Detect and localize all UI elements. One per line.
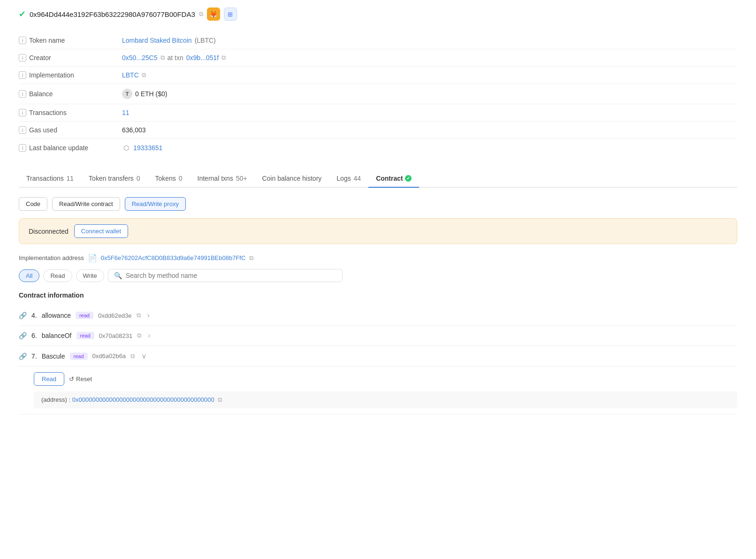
method-bascule-name: Bascule [42, 352, 65, 360]
result-label: (address) : [41, 396, 70, 403]
info-icon-token: i [19, 37, 26, 44]
code-button[interactable]: Code [19, 197, 47, 211]
creator-address[interactable]: 0x50...25C5 [122, 54, 158, 61]
link-icon-balanceof: 🔗 [19, 332, 27, 339]
copy-address-icon[interactable]: ⧉ [199, 10, 203, 18]
info-icon-impl: i [19, 71, 26, 79]
info-icon-txns: i [19, 109, 26, 116]
gas-used-label: Gas used [29, 126, 57, 134]
method-balanceof-index: 6. [31, 332, 37, 339]
verified-check-icon: ✔ [19, 9, 26, 19]
copy-creator-icon[interactable]: ⧉ [160, 54, 165, 61]
balance-label: Balance [29, 90, 53, 98]
chevron-balanceof[interactable]: › [148, 331, 150, 340]
contract-section: Contract information 🔗 4. allowance read… [19, 291, 737, 414]
gas-used-value: 636,003 [122, 126, 146, 134]
tab-token-transfers-badge: 0 [137, 175, 140, 182]
link-icon-bascule: 🔗 [19, 352, 27, 360]
impl-addr-file-icon: 📄 [88, 253, 97, 262]
copy-bascule-icon[interactable]: ⧉ [130, 352, 135, 360]
tab-transactions-badge: 11 [67, 175, 74, 182]
last-balance-label: Last balance update [29, 144, 88, 152]
impl-addr-label: Implementation address [19, 254, 84, 261]
tab-coin-balance-history[interactable]: Coin balance history [254, 170, 329, 188]
method-balanceof-name: balanceOf [42, 332, 72, 339]
tab-transactions[interactable]: Transactions 11 [19, 170, 81, 188]
read-write-contract-button[interactable]: Read/Write contract [52, 197, 120, 211]
token-name-row: i Token name Lombard Staked Bitcoin (LBT… [19, 32, 737, 49]
filter-bar: All Read Write 🔍 [19, 269, 737, 282]
balance-row: i Balance T 0 ETH ($0) [19, 84, 737, 104]
chevron-bascule[interactable]: ∨ [141, 352, 147, 360]
qr-icon[interactable]: ⊞ [224, 8, 237, 21]
method-allowance-name: allowance [42, 312, 71, 319]
info-icon-creator: i [19, 54, 26, 61]
method-balanceof-row: 🔗 6. balanceOf read 0x70a08231 ⧉ › [19, 326, 737, 346]
copy-result-icon[interactable]: ⧉ [218, 396, 222, 403]
result-value: 0x00000000000000000000000000000000000000… [72, 396, 214, 403]
tab-internal-txns-label: Internal txns [198, 175, 233, 182]
copy-allowance-icon[interactable]: ⧉ [137, 312, 141, 319]
connect-wallet-button[interactable]: Connect wallet [74, 224, 128, 238]
metamask-icon[interactable]: 🦊 [207, 8, 220, 21]
info-icon-lbu: i [19, 144, 26, 152]
tab-logs-badge: 44 [354, 175, 361, 182]
tab-tokens[interactable]: Tokens 0 [148, 170, 190, 188]
gas-used-row: i Gas used 636,003 [19, 122, 737, 139]
tab-internal-txns[interactable]: Internal txns 50+ [190, 170, 255, 188]
method-allowance-row: 🔗 4. allowance read 0xdd62ed3e ⧉ › [19, 306, 737, 326]
transactions-value[interactable]: 11 [122, 109, 130, 116]
info-table: i Token name Lombard Staked Bitcoin (LBT… [19, 32, 737, 157]
reset-button[interactable]: ↺ Reset [69, 375, 92, 383]
copy-impl-addr-icon[interactable]: ⧉ [249, 254, 253, 262]
implementation-address-row: Implementation address 📄 0x5F6e76202AcfC… [19, 253, 737, 262]
chevron-allowance[interactable]: › [147, 311, 150, 320]
copy-impl-icon[interactable]: ⧉ [142, 71, 146, 79]
impl-addr-value[interactable]: 0x5F6e76202AcfC8D0B833d9a6e74991BEb08b7F… [101, 254, 246, 261]
tab-contract[interactable]: Contract ✓ [368, 170, 419, 188]
tab-token-transfers[interactable]: Token transfers 0 [81, 170, 147, 188]
block-cube-icon: ⬡ [122, 144, 130, 152]
copy-balanceof-icon[interactable]: ⧉ [137, 332, 141, 339]
tab-token-transfers-label: Token transfers [89, 175, 134, 182]
eth-badge: T [122, 89, 132, 99]
last-balance-value[interactable]: 19333651 [133, 144, 162, 152]
filter-read-button[interactable]: Read [43, 269, 72, 282]
tab-logs[interactable]: Logs 44 [329, 170, 368, 188]
transactions-label: Transactions [29, 109, 67, 116]
contract-verified-icon: ✓ [405, 175, 412, 182]
search-box: 🔍 [108, 269, 343, 282]
tab-tokens-badge: 0 [179, 175, 183, 182]
transactions-row: i Transactions 11 [19, 104, 737, 122]
read-button[interactable]: Read [34, 372, 64, 386]
bascule-expanded-area: Read ↺ Reset (address) : 0x0000000000000… [19, 367, 737, 414]
reset-label: Reset [76, 375, 92, 383]
implementation-row: i Implementation LBTC ⧉ [19, 67, 737, 84]
badge-read-allowance: read [76, 312, 93, 319]
search-input[interactable] [126, 272, 336, 279]
implementation-label: Implementation [29, 71, 74, 79]
info-icon-gas: i [19, 126, 26, 134]
creator-label: Creator [29, 54, 51, 61]
read-write-proxy-button[interactable]: Read/Write proxy [125, 197, 186, 211]
disconnected-banner: Disconnected Connect wallet [19, 218, 737, 244]
implementation-value[interactable]: LBTC [122, 71, 139, 79]
tab-contract-label: Contract [376, 175, 403, 182]
method-allowance-hash: 0xdd62ed3e [98, 312, 132, 319]
result-box: (address) : 0x00000000000000000000000000… [34, 391, 737, 408]
creator-row: i Creator 0x50...25C5 ⧉ at txn 0x9b...05… [19, 49, 737, 67]
tab-internal-txns-badge: 50+ [236, 175, 247, 182]
reset-icon: ↺ [69, 375, 74, 383]
copy-txn-icon[interactable]: ⧉ [221, 54, 226, 61]
tabs-bar: Transactions 11 Token transfers 0 Tokens… [19, 170, 737, 188]
link-icon-allowance: 🔗 [19, 312, 27, 319]
filter-all-button[interactable]: All [19, 269, 39, 282]
section-title: Contract information [19, 291, 737, 299]
creator-txn[interactable]: 0x9b...051f [186, 54, 219, 61]
disconnected-label: Disconnected [29, 228, 69, 235]
token-name-value[interactable]: Lombard Staked Bitcoin [122, 37, 192, 44]
filter-write-button[interactable]: Write [76, 269, 104, 282]
method-allowance-index: 4. [31, 312, 37, 319]
token-name-label: Token name [29, 37, 65, 44]
badge-read-bascule: read [70, 352, 88, 360]
